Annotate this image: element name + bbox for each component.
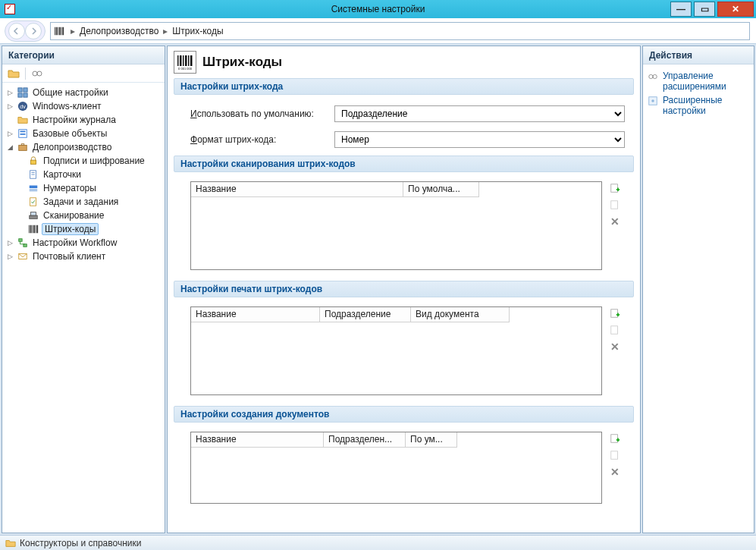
nav-history [5, 20, 45, 42]
svg-rect-41 [188, 55, 190, 66]
expander-expanded-icon[interactable]: ◢ [5, 143, 14, 151]
tree-item-general[interactable]: ▷ Общие настройки [2, 86, 165, 99]
svg-point-50 [649, 74, 653, 78]
expander-icon[interactable]: ▷ [5, 239, 14, 247]
breadcrumb-item-docflow[interactable]: Делопроизводство [78, 26, 160, 36]
tree-item-workflow[interactable]: ▷ Настройки Workflow [2, 236, 165, 250]
tree-item-journal[interactable]: Настройки журнала [2, 113, 165, 127]
tree-label: Карточки [42, 169, 83, 180]
action-manage-extensions[interactable]: Управление расширениями [648, 69, 749, 93]
expander-icon[interactable]: ▷ [5, 253, 14, 260]
expander-icon[interactable]: ▷ [5, 89, 14, 96]
format-select[interactable]: Номер [334, 131, 625, 148]
nav-back-button[interactable] [8, 23, 25, 39]
section-scan: Настройки сканирования штрих-кодов [174, 156, 634, 172]
expander-icon[interactable]: ▷ [5, 102, 14, 110]
action-label: Управление расширениями [663, 71, 749, 92]
dv-icon: dv [17, 100, 29, 112]
add-button[interactable] [608, 181, 622, 195]
svg-rect-37 [177, 55, 179, 66]
edit-button[interactable] [608, 323, 622, 337]
categories-panel: Категории ▷ Общие настройки ▷ dv Windows… [2, 46, 165, 533]
grid-tools: ✕ [605, 306, 625, 395]
folder-icon [5, 537, 17, 549]
col-division[interactable]: Подразделение [320, 307, 411, 322]
delete-button[interactable]: ✕ [608, 465, 622, 479]
grid-icon [17, 86, 29, 99]
edit-button[interactable] [608, 198, 622, 212]
svg-rect-5 [62, 27, 64, 36]
svg-rect-33 [36, 225, 38, 234]
add-button[interactable] [608, 432, 622, 445]
categories-header: Категории [2, 46, 165, 64]
nav-forward-button[interactable] [25, 23, 42, 39]
tree-label: Нумераторы [42, 183, 98, 193]
tree-item-tasks[interactable]: Задачи и задания [2, 195, 165, 209]
col-division[interactable]: Подразделен... [324, 432, 406, 448]
svg-rect-29 [30, 225, 32, 234]
svg-point-6 [33, 71, 37, 76]
add-button[interactable] [608, 306, 622, 320]
tree-item-signatures[interactable]: Подписи и шифрование [2, 154, 165, 168]
actions-header: Действия [643, 46, 754, 64]
print-grid[interactable]: Название Подразделение Вид документа [190, 306, 602, 395]
col-default[interactable]: По умолча... [403, 182, 479, 197]
action-advanced-settings[interactable]: Расширенные настройки [648, 93, 749, 118]
tree-label: Сканирование [42, 210, 105, 221]
categories-tree: ▷ Общие настройки ▷ dv Windows-клиент На… [2, 83, 165, 533]
tree-item-numerators[interactable]: Нумераторы [2, 181, 165, 195]
status-bar: Конструкторы и справочники [0, 535, 756, 550]
tree-item-mail[interactable]: ▷ Почтовый клиент [2, 250, 165, 263]
section-barcode-settings: Настройки штрих-кода [174, 78, 634, 95]
svg-rect-1 [56, 27, 58, 36]
default-select[interactable]: Подразделение [334, 105, 625, 122]
create-grid[interactable]: Название Подразделен... По ум... [190, 432, 602, 504]
scan-grid[interactable]: Название По умолча... [190, 181, 602, 270]
tree-item-windows-client[interactable]: ▷ dv Windows-клиент [2, 99, 165, 113]
barcode-icon: 0 001 000 [174, 51, 196, 74]
svg-point-7 [37, 71, 42, 76]
folder-icon [17, 114, 29, 126]
tree-item-barcodes[interactable]: Штрих-коды [2, 222, 165, 236]
svg-rect-34 [19, 239, 22, 242]
tree-item-base-objects[interactable]: ▷ Базовые объекты [2, 127, 165, 140]
section-create: Настройки создания документов [174, 406, 634, 423]
row-format: Формат штрих-кода: Номер [190, 131, 625, 148]
col-name[interactable]: Название [191, 307, 320, 322]
close-button[interactable]: ✕ [717, 2, 754, 17]
expander-icon[interactable]: ▷ [5, 130, 14, 137]
minimize-button[interactable]: — [670, 2, 692, 17]
svg-rect-47 [611, 326, 618, 335]
col-name[interactable]: Название [191, 182, 403, 197]
section-print: Настройки печати штрих-кодов [174, 281, 634, 297]
breadcrumb[interactable]: ▸ Делопроизводство ▸ Штрих-коды [50, 22, 750, 40]
svg-rect-39 [183, 55, 184, 66]
tree-item-scanning[interactable]: Сканирование [2, 209, 165, 222]
page-heading: 0 001 000 Штрих-коды [168, 46, 640, 75]
edit-button[interactable] [608, 448, 622, 462]
col-default[interactable]: По ум... [406, 432, 457, 448]
format-label: Формат штрих-кода: [190, 134, 334, 145]
svg-rect-16 [20, 134, 26, 135]
delete-button[interactable]: ✕ [608, 215, 622, 228]
tree-item-cards[interactable]: Карточки [2, 168, 165, 181]
svg-rect-18 [21, 144, 24, 146]
svg-rect-38 [180, 55, 182, 66]
categories-toolbar [2, 64, 165, 83]
link-icon[interactable] [29, 66, 45, 81]
svg-rect-49 [611, 451, 618, 460]
folder-icon[interactable] [5, 66, 22, 81]
svg-rect-42 [190, 55, 193, 66]
col-name[interactable]: Название [191, 432, 324, 448]
window-title: Системные настройки [331, 4, 425, 14]
maximize-button[interactable]: ▭ [694, 2, 715, 17]
window-controls: — ▭ ✕ [670, 2, 754, 17]
svg-rect-15 [20, 131, 26, 133]
col-doctype[interactable]: Вид документа [411, 307, 510, 322]
svg-rect-46 [611, 310, 618, 318]
barcode-icon [53, 25, 65, 37]
breadcrumb-item-barcodes[interactable]: Штрих-коды [171, 26, 224, 36]
delete-button[interactable]: ✕ [608, 340, 622, 354]
tree-item-docflow[interactable]: ◢ Делопроизводство [2, 140, 165, 154]
svg-text:dv: dv [20, 104, 26, 109]
